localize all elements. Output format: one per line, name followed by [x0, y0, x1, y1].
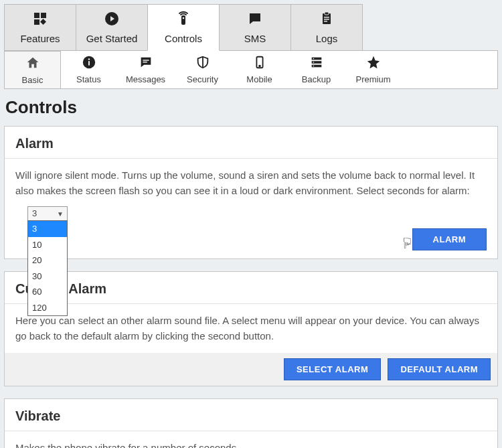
shield-icon [195, 55, 210, 72]
select-alarm-button[interactable]: SELECT ALARM [284, 358, 381, 380]
subtab-backup[interactable]: Backup [288, 51, 345, 88]
tab-label: Logs [316, 33, 338, 44]
svg-rect-9 [88, 61, 90, 65]
home-icon [25, 56, 40, 72]
svg-point-19 [313, 58, 314, 60]
tab-features[interactable]: Features [4, 4, 76, 51]
svg-point-21 [313, 66, 314, 67]
remote-icon [175, 11, 191, 29]
alarm-panel-title: Alarm [5, 127, 497, 159]
cursor-icon: ☟ [403, 232, 412, 254]
custom-alarm-title: Custom Alarm [5, 272, 497, 304]
tab-sms[interactable]: SMS [219, 4, 291, 51]
star-icon [366, 55, 381, 72]
svg-rect-7 [324, 21, 327, 22]
alarm-option[interactable]: 20 [28, 252, 67, 269]
alarm-description: Will ignore silent mode. Turns up the vo… [15, 168, 487, 198]
page-title: Controls [5, 97, 497, 118]
subtab-basic[interactable]: Basic [4, 51, 61, 88]
subtab-label: Mobile [246, 74, 272, 84]
alarm-panel: Alarm Will ignore silent mode. Turns up … [4, 126, 498, 259]
svg-point-20 [313, 62, 314, 63]
svg-point-10 [88, 58, 89, 60]
alarm-option[interactable]: 3 [28, 221, 67, 237]
subtab-label: Messages [126, 74, 165, 84]
widgets-icon [32, 11, 48, 29]
default-alarm-button[interactable]: DEFAULT ALARM [388, 358, 491, 380]
svg-rect-5 [324, 17, 329, 18]
tab-label: Controls [165, 33, 202, 44]
vibrate-title: Vibrate [5, 399, 497, 431]
mobile-icon [252, 55, 267, 72]
subtab-label: Status [76, 74, 101, 84]
alarm-seconds-value: 3 [32, 207, 37, 220]
svg-rect-11 [143, 60, 149, 60]
svg-point-15 [259, 66, 260, 67]
custom-alarm-panel: Custom Alarm Here you can select an othe… [4, 271, 498, 386]
alarm-option[interactable]: 10 [28, 237, 67, 253]
main-tabs: Features Get Started Controls SMS Logs [4, 4, 502, 51]
subtab-label: Premium [355, 74, 390, 84]
subtab-label: Security [187, 74, 218, 84]
custom-alarm-description: Here you can select an other alarm sound… [15, 313, 487, 344]
tab-label: SMS [244, 33, 266, 44]
alarm-seconds-dropdown: 3 10 20 30 60 120 [27, 220, 68, 316]
subtab-security[interactable]: Security [174, 51, 231, 88]
message-icon [139, 55, 153, 72]
alarm-option[interactable]: 30 [28, 269, 67, 285]
clipboard-icon [319, 11, 335, 29]
alarm-button[interactable]: ALARM [412, 228, 487, 250]
alarm-seconds-select[interactable]: 3 ▼ [27, 206, 68, 221]
subtab-label: Basic [22, 75, 44, 85]
sub-tabs: Basic Status Messages Security Mobile Ba… [4, 50, 498, 89]
alarm-option[interactable]: 120 [28, 300, 67, 316]
vibrate-description: Makes the phone vibrate for a number of … [15, 441, 487, 448]
svg-rect-12 [143, 62, 147, 62]
tab-logs[interactable]: Logs [290, 4, 363, 51]
subtab-premium[interactable]: Premium [345, 51, 402, 88]
subtab-status[interactable]: Status [60, 51, 117, 88]
storage-icon [309, 55, 324, 72]
chevron-down-icon: ▼ [57, 209, 64, 219]
svg-rect-6 [324, 19, 329, 20]
alarm-option[interactable]: 60 [28, 284, 67, 300]
subtab-mobile[interactable]: Mobile [231, 51, 288, 88]
svg-point-2 [183, 17, 185, 19]
subtab-label: Backup [302, 74, 331, 84]
svg-rect-1 [181, 15, 185, 25]
chat-icon [247, 11, 263, 29]
svg-rect-4 [325, 12, 329, 15]
subtab-messages[interactable]: Messages [117, 51, 174, 88]
play-circle-icon [104, 11, 120, 29]
info-icon [82, 55, 96, 72]
tab-label: Features [20, 33, 60, 44]
vibrate-panel: Vibrate Makes the phone vibrate for a nu… [4, 398, 498, 448]
tab-get-started[interactable]: Get Started [76, 4, 148, 51]
tab-controls[interactable]: Controls [147, 4, 220, 51]
tab-label: Get Started [86, 33, 138, 44]
